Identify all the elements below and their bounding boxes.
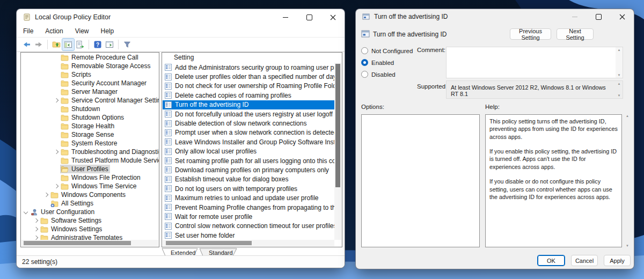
menu-item-file[interactable]: File [23,27,33,35]
tree-item-label: Windows Settings [51,225,102,233]
setting-row[interactable]: Set user home folder [163,231,334,240]
rw-maximize-button[interactable] [587,9,610,24]
setting-label: Prompt user when a slow network connecti… [175,129,334,136]
setting-row[interactable]: Do not forcefully unload the users regis… [163,109,334,119]
comment-scrollbar[interactable]: ▲▼ [616,47,623,78]
tree-item-troubleshooting-and-diagnostics[interactable]: Troubleshooting and Diagnostics [21,148,158,156]
settings-column-header[interactable]: Setting [162,53,342,62]
setting-row[interactable]: Disable detection of slow network connec… [163,119,334,128]
apply-button[interactable]: Apply [604,255,631,266]
setting-row[interactable]: Turn off the advertising ID [163,100,334,109]
help-scrollbar[interactable]: ▲ ▼ [624,114,631,247]
tree-item-scripts[interactable]: Scripts [21,70,158,79]
setting-row[interactable]: Set roaming profile path for all users l… [163,156,334,165]
setting-row[interactable]: Add the Administrators security group to… [163,63,334,72]
up-one-level-icon[interactable] [50,39,62,50]
radio-enabled[interactable]: Enabled [361,58,413,67]
tree-hscroll-thumb[interactable] [24,241,131,245]
rw-close-button[interactable] [610,9,634,24]
rw-minimize-button[interactable] [563,9,587,24]
chevron-collapsed-icon[interactable] [53,150,60,153]
radio-not-configured[interactable]: Not Configured [361,47,413,55]
options-panel [361,114,480,247]
chevron-expanded-icon[interactable] [22,210,30,214]
chevron-collapsed-icon[interactable] [53,99,60,102]
tree-item-windows-settings[interactable]: Windows Settings [21,225,158,233]
tree-horizontal-scrollbar[interactable] [21,240,158,246]
show-console-tree-icon[interactable] [62,39,74,50]
menu-item-help[interactable]: Help [101,27,114,35]
list-vertical-scrollbar[interactable] [334,63,341,240]
menu-item-view[interactable]: View [75,27,89,35]
setting-row[interactable]: Delete user profiles older than a specif… [163,72,334,81]
setting-row[interactable]: Control slow network connection timeout … [163,222,334,231]
filter-icon[interactable] [121,39,133,50]
svg-text:?: ? [96,42,99,48]
list-horizontal-scrollbar[interactable] [163,240,334,246]
tree-item-storage-sense[interactable]: Storage Sense [21,130,158,139]
radio-unchecked-icon[interactable] [361,47,368,54]
setting-row[interactable]: Wait for remote user profile [163,212,334,221]
help-icon[interactable]: ? [92,39,104,50]
tree-item-software-settings[interactable]: Software Settings [21,216,158,225]
tree-item-trusted-platform-module-services[interactable]: Trusted Platform Module Services [21,156,158,165]
setting-row[interactable]: Only allow local user profiles [163,147,334,156]
help-text: This policy setting turns off the advert… [486,115,621,247]
tree-item-shutdown-options[interactable]: Shutdown Options [21,113,158,122]
chevron-collapsed-icon[interactable] [42,193,50,196]
menu-item-action[interactable]: Action [45,27,63,35]
tree-item-server-manager[interactable]: Server Manager [21,87,158,96]
ok-button[interactable]: OK [537,255,565,266]
next-setting-button[interactable]: Next Setting [557,28,594,40]
tree-item-windows-components[interactable]: Windows Components [21,190,158,199]
tree-item-remote-procedure-call[interactable]: Remote Procedure Call [21,53,158,62]
tree-item-security-account-manager[interactable]: Security Account Manager [21,79,158,87]
tree-item-shutdown[interactable]: Shutdown [21,105,158,113]
setting-row[interactable]: Download roaming profiles on primary com… [163,165,334,174]
setting-icon [165,195,172,202]
tree-item-all-settings[interactable]: All Settings [21,199,158,208]
radio-checked-icon[interactable] [361,59,368,66]
tree-item-system-restore[interactable]: System Restore [21,139,158,148]
lw-titlebar[interactable]: Local Group Policy Editor [17,9,345,25]
lw-maximize-button[interactable] [297,9,321,25]
cancel-button[interactable]: Cancel [571,255,598,266]
setting-row[interactable]: Establish timeout value for dialog boxes [163,175,334,184]
tree-item-service-control-manager-settings[interactable]: Service Control Manager Settings [21,96,158,105]
supported-scrollbar[interactable]: ▲▼ [616,81,623,98]
list-vscroll-thumb[interactable] [335,64,340,187]
show-action-pane-icon[interactable] [104,39,115,50]
chevron-collapsed-icon[interactable] [32,227,40,231]
setting-row[interactable]: Prompt user when a slow network connecti… [163,128,334,137]
previous-setting-button[interactable]: Previous Setting [510,28,551,40]
lw-minimize-button[interactable] [274,9,297,25]
chevron-collapsed-icon[interactable] [32,219,40,222]
lw-close-button[interactable] [321,9,345,25]
rw-titlebar[interactable]: Turn off the advertising ID [356,9,634,24]
tree-item-windows-file-protection[interactable]: Windows File Protection [21,173,158,182]
tree-item-label: Server Manager [71,88,118,96]
forward-icon[interactable] [33,39,45,50]
setting-label: Maximum retries to unload and update use… [175,194,318,202]
radio-unchecked-icon[interactable] [361,71,368,78]
tree-item-user-configuration[interactable]: User Configuration [21,208,158,216]
radio-disabled[interactable]: Disabled [361,70,413,78]
setting-row[interactable]: Leave Windows Installer and Group Policy… [163,137,334,146]
setting-row[interactable]: Do not check for user ownership of Roami… [163,82,334,91]
back-icon[interactable] [21,39,33,50]
setting-row[interactable]: Do not log users on with temporary profi… [163,184,334,193]
folder-icon [61,149,69,156]
chevron-collapsed-icon[interactable] [53,185,60,188]
list-hscroll-thumb[interactable] [166,241,252,245]
tree-item-windows-time-service[interactable]: Windows Time Service [21,182,158,190]
tree-item-removable-storage-access[interactable]: Removable Storage Access [21,62,158,70]
setting-row[interactable]: Prevent Roaming Profile changes from pro… [163,203,334,212]
setting-row[interactable]: Delete cached copies of roaming profiles [163,91,334,100]
tree-item-user-profiles[interactable]: User Profiles [21,165,158,173]
folder-icon [61,71,69,78]
comment-input[interactable] [447,47,616,78]
tree-item-storage-health[interactable]: Storage Health [21,122,158,130]
chevron-collapsed-icon[interactable] [32,236,40,239]
setting-row[interactable]: Maximum retries to unload and update use… [163,193,334,202]
export-list-icon[interactable] [74,39,86,50]
